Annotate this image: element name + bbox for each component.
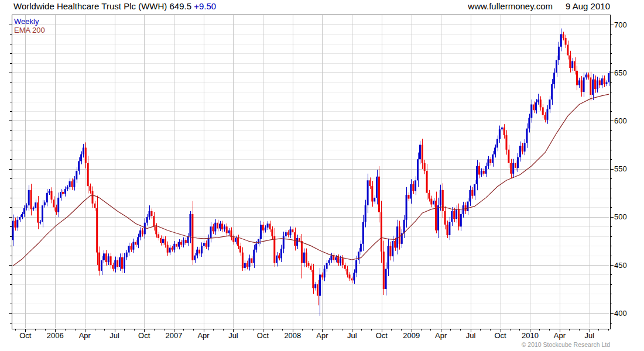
candle: [437, 198, 439, 238]
x-axis-label: 2008: [284, 331, 301, 340]
candle: [597, 77, 598, 92]
candle: [53, 197, 54, 211]
candle: [87, 156, 89, 193]
instrument-name: Worldwide Healthcare Trust Plc (WWH): [13, 1, 167, 11]
candle: [369, 177, 371, 189]
candle: [510, 159, 512, 178]
candle: [19, 215, 20, 222]
candle: [280, 245, 282, 263]
candle: [78, 157, 80, 175]
candle: [376, 170, 378, 204]
candle: [83, 144, 84, 157]
candle: [191, 201, 193, 265]
candle: [463, 202, 464, 218]
candle: [583, 73, 585, 97]
candle: [344, 263, 346, 271]
candle: [399, 221, 400, 249]
candle: [494, 144, 496, 157]
candle: [239, 243, 241, 256]
ema-overlay: [13, 94, 609, 266]
candle: [28, 185, 30, 211]
candle: [46, 189, 48, 207]
candle: [103, 250, 105, 263]
candle: [571, 58, 573, 71]
site-url: www.fullermoney.com: [468, 1, 553, 11]
candle: [131, 243, 132, 252]
candle: [30, 184, 32, 215]
y-axis-label: 450: [614, 261, 627, 270]
candle: [578, 78, 580, 88]
candle: [21, 212, 23, 219]
candle: [506, 130, 508, 154]
candle: [262, 222, 264, 233]
y-axis-label: 550: [614, 164, 627, 173]
candle: [67, 185, 68, 191]
x-axis-label: Apr: [554, 331, 566, 340]
price-change: +9.50: [194, 1, 216, 11]
x-axis-label: Jul: [466, 331, 476, 340]
candle: [269, 221, 271, 232]
x-axis-label: Jul: [109, 331, 119, 340]
candle: [362, 215, 364, 251]
candle: [246, 261, 248, 270]
candle: [528, 114, 530, 133]
candle: [278, 253, 280, 260]
candle: [385, 263, 387, 296]
candle: [474, 180, 475, 201]
candle: [365, 200, 366, 228]
last-price: 649.5: [169, 1, 191, 11]
x-axis-label: 2007: [166, 331, 183, 340]
candle: [576, 66, 578, 90]
candle: [308, 261, 310, 268]
candle: [16, 216, 18, 231]
candle: [14, 218, 16, 230]
candle: [171, 246, 173, 252]
candle: [194, 253, 196, 263]
plot-border: [12, 15, 611, 329]
candle: [604, 75, 605, 87]
candle: [444, 207, 446, 230]
candle: [599, 78, 601, 88]
candle: [101, 256, 102, 275]
candle: [301, 234, 303, 278]
candle: [592, 74, 594, 100]
candle: [333, 253, 334, 263]
candle: [406, 187, 407, 228]
price-chart-canvas: 400450500550600650700Oct2006AprJulOct200…: [0, 0, 644, 351]
candle: [105, 250, 107, 266]
candle: [212, 224, 214, 234]
candle: [267, 221, 269, 230]
candle: [483, 168, 485, 176]
candle: [522, 143, 523, 154]
candle: [324, 265, 326, 281]
x-axis-label: Jul: [228, 331, 238, 340]
candle: [574, 57, 576, 75]
candle: [242, 247, 244, 271]
candle: [198, 247, 200, 256]
candle: [349, 272, 351, 281]
candle: [319, 268, 321, 316]
candle: [447, 221, 448, 238]
candle: [360, 240, 362, 255]
x-axis-label: Apr: [316, 331, 328, 340]
candle: [142, 228, 143, 237]
candle: [433, 198, 434, 207]
candle: [96, 196, 98, 265]
x-axis-label: 2010: [522, 331, 539, 340]
y-axis-label: 650: [614, 68, 627, 77]
candle: [92, 187, 94, 208]
candle: [285, 230, 287, 239]
candle: [299, 236, 300, 243]
candle: [228, 228, 230, 235]
candle: [162, 237, 164, 246]
candle: [537, 94, 539, 105]
x-axis-label: Oct: [494, 331, 506, 340]
candle: [460, 209, 462, 231]
candle: [351, 277, 352, 284]
candle: [224, 225, 225, 232]
axis-labels: 400450500550600650700Oct2006AprJulOct200…: [19, 20, 626, 340]
y-axis-label: 500: [614, 212, 627, 221]
candle: [326, 260, 328, 272]
candle: [549, 96, 550, 113]
x-axis-label: Apr: [197, 331, 210, 340]
